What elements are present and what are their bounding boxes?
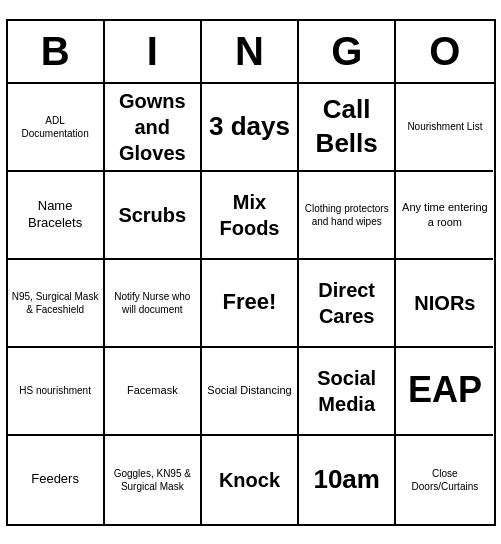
cell-21: Feeders — [8, 436, 105, 524]
cell-16: HS nourishment — [8, 348, 105, 436]
cell-25: Close Doors/Curtains — [396, 436, 493, 524]
cell-18: Social Distancing — [202, 348, 299, 436]
cell-7: Scrubs — [105, 172, 202, 260]
header-o: O — [396, 21, 493, 82]
cell-10: Any time entering a room — [396, 172, 493, 260]
cell-24: 10am — [299, 436, 396, 524]
cell-14: Direct Cares — [299, 260, 396, 348]
cell-free: Free! — [202, 260, 299, 348]
cell-6: Name Bracelets — [8, 172, 105, 260]
bingo-grid: ADL Documentation Gowns and Gloves 3 day… — [8, 84, 494, 524]
cell-15: NIORs — [396, 260, 493, 348]
cell-4: Call Bells — [299, 84, 396, 172]
bingo-header: B I N G O — [8, 21, 494, 84]
cell-19: Social Media — [299, 348, 396, 436]
cell-1: ADL Documentation — [8, 84, 105, 172]
cell-23: Knock — [202, 436, 299, 524]
cell-22: Goggles, KN95 & Surgical Mask — [105, 436, 202, 524]
cell-11: N95, Surgical Mask & Faceshield — [8, 260, 105, 348]
header-g: G — [299, 21, 396, 82]
cell-8: Mix Foods — [202, 172, 299, 260]
cell-17: Facemask — [105, 348, 202, 436]
cell-5: Nourishment List — [396, 84, 493, 172]
cell-12: Notify Nurse who will document — [105, 260, 202, 348]
bingo-card: B I N G O ADL Documentation Gowns and Gl… — [6, 19, 496, 526]
header-b: B — [8, 21, 105, 82]
header-n: N — [202, 21, 299, 82]
cell-20: EAP — [396, 348, 493, 436]
cell-9: Clothing protectors and hand wipes — [299, 172, 396, 260]
cell-3: 3 days — [202, 84, 299, 172]
cell-2: Gowns and Gloves — [105, 84, 202, 172]
header-i: I — [105, 21, 202, 82]
